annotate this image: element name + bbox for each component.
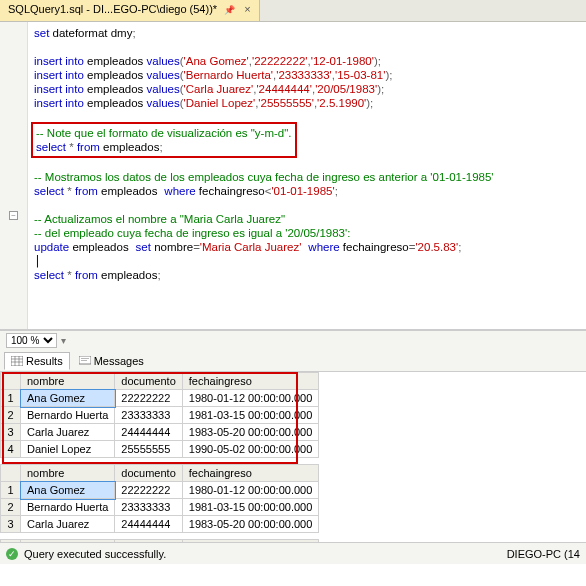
file-tab[interactable]: SQLQuery1.sql - DI...EGO-PC\diego (54))*… — [0, 0, 260, 21]
results-pane[interactable]: nombredocumentofechaingreso 1Ana Gomez22… — [0, 372, 586, 542]
fold-toggle-icon[interactable]: − — [9, 211, 18, 220]
tab-messages[interactable]: Messages — [72, 352, 151, 370]
status-bar: ✓ Query executed successfully. DIEGO-PC … — [0, 542, 586, 564]
file-tab-title: SQLQuery1.sql - DI...EGO-PC\diego (54))* — [8, 3, 217, 15]
results-grid-3[interactable]: nombredocumentofechaingreso 1Ana Gomez22… — [0, 539, 319, 542]
editor-pane: − set dateformat dmy; insert into emplea… — [0, 22, 586, 330]
svg-rect-5 — [79, 356, 91, 364]
messages-icon — [79, 356, 91, 366]
tab-results[interactable]: Results — [4, 352, 70, 370]
tab-bar: SQLQuery1.sql - DI...EGO-PC\diego (54))*… — [0, 0, 586, 22]
code-editor[interactable]: set dateformat dmy; insert into empleado… — [28, 22, 586, 329]
zoom-select[interactable]: 100 % — [6, 333, 57, 348]
table-row[interactable]: 1Ana Gomez222222221980-01-12 00:00:00.00… — [1, 482, 319, 499]
success-icon: ✓ — [6, 548, 18, 560]
table-row[interactable]: 4Daniel Lopez255555551990-05-02 00:00:00… — [1, 441, 319, 458]
table-row[interactable]: 3Carla Juarez244444441983-05-20 00:00:00… — [1, 424, 319, 441]
status-server: DIEGO-PC (14 — [507, 548, 580, 560]
tab-messages-label: Messages — [94, 355, 144, 367]
table-row[interactable]: 2Bernardo Huerta233333331981-03-15 00:00… — [1, 407, 319, 424]
table-row[interactable]: 2Bernardo Huerta233333331981-03-15 00:00… — [1, 499, 319, 516]
status-message: Query executed successfully. — [24, 548, 166, 560]
svg-rect-0 — [11, 356, 23, 366]
table-row[interactable]: 3Carla Juarez244444441983-05-20 00:00:00… — [1, 516, 319, 533]
tab-results-label: Results — [26, 355, 63, 367]
close-icon[interactable]: × — [244, 3, 250, 15]
results-grid-2[interactable]: nombredocumentofechaingreso 1Ana Gomez22… — [0, 464, 319, 533]
zoom-bar: 100 % ▾ — [0, 330, 586, 350]
grid-icon — [11, 356, 23, 366]
results-tabs: Results Messages — [0, 350, 586, 372]
table-row[interactable]: 1Ana Gomez222222221980-01-12 00:00:00.00… — [1, 390, 319, 407]
results-grid-1[interactable]: nombredocumentofechaingreso 1Ana Gomez22… — [0, 372, 319, 458]
gutter: − — [0, 22, 28, 329]
pin-icon[interactable]: 📌 — [224, 5, 235, 15]
